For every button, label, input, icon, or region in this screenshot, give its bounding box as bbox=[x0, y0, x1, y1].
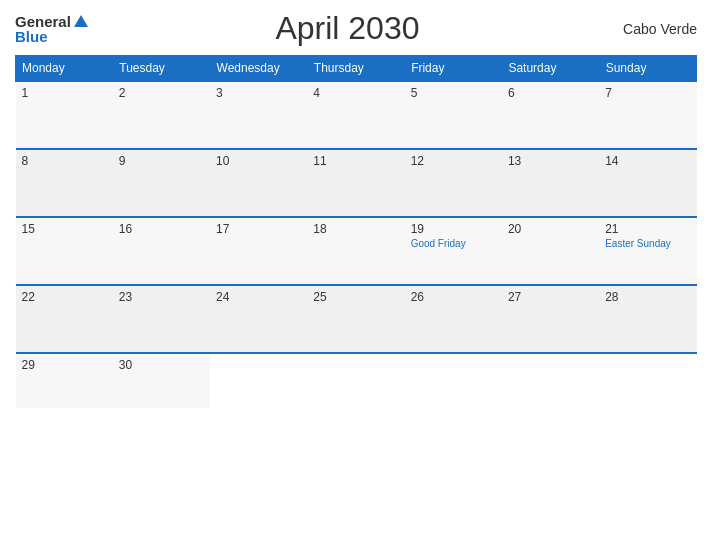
calendar-title: April 2030 bbox=[88, 10, 607, 47]
table-row: 7 bbox=[599, 81, 696, 149]
table-row: 11 bbox=[307, 149, 404, 217]
day-number: 18 bbox=[313, 222, 398, 236]
header-thursday: Thursday bbox=[307, 56, 404, 82]
table-row: 23 bbox=[113, 285, 210, 353]
header-friday: Friday bbox=[405, 56, 502, 82]
day-number: 7 bbox=[605, 86, 690, 100]
day-number: 3 bbox=[216, 86, 301, 100]
table-row: 6 bbox=[502, 81, 599, 149]
logo-blue-text: Blue bbox=[15, 29, 48, 44]
table-row: 21Easter Sunday bbox=[599, 217, 696, 285]
table-row bbox=[502, 353, 599, 408]
day-number: 11 bbox=[313, 154, 398, 168]
day-number: 27 bbox=[508, 290, 593, 304]
table-row: 25 bbox=[307, 285, 404, 353]
calendar-page: General Blue April 2030 Cabo Verde Monda… bbox=[0, 0, 712, 550]
day-number: 20 bbox=[508, 222, 593, 236]
table-row: 10 bbox=[210, 149, 307, 217]
table-row: 13 bbox=[502, 149, 599, 217]
header: General Blue April 2030 Cabo Verde bbox=[15, 10, 697, 47]
country-label: Cabo Verde bbox=[607, 21, 697, 37]
header-sunday: Sunday bbox=[599, 56, 696, 82]
day-number: 14 bbox=[605, 154, 690, 168]
table-row: 27 bbox=[502, 285, 599, 353]
weekday-header-row: Monday Tuesday Wednesday Thursday Friday… bbox=[16, 56, 697, 82]
day-number: 15 bbox=[22, 222, 107, 236]
calendar-week-row: 891011121314 bbox=[16, 149, 697, 217]
day-number: 6 bbox=[508, 86, 593, 100]
day-number: 23 bbox=[119, 290, 204, 304]
day-number: 2 bbox=[119, 86, 204, 100]
calendar-week-row: 1234567 bbox=[16, 81, 697, 149]
table-row bbox=[599, 353, 696, 408]
table-row: 16 bbox=[113, 217, 210, 285]
table-row: 3 bbox=[210, 81, 307, 149]
day-number: 24 bbox=[216, 290, 301, 304]
table-row bbox=[307, 353, 404, 408]
day-number: 29 bbox=[22, 358, 107, 372]
logo: General Blue bbox=[15, 14, 88, 44]
calendar-week-row: 2930 bbox=[16, 353, 697, 408]
table-row: 24 bbox=[210, 285, 307, 353]
day-number: 1 bbox=[22, 86, 107, 100]
day-number: 8 bbox=[22, 154, 107, 168]
holiday-label: Easter Sunday bbox=[605, 238, 690, 249]
day-number: 16 bbox=[119, 222, 204, 236]
day-number: 5 bbox=[411, 86, 496, 100]
day-number: 17 bbox=[216, 222, 301, 236]
table-row: 29 bbox=[16, 353, 113, 408]
table-row bbox=[210, 353, 307, 408]
day-number: 25 bbox=[313, 290, 398, 304]
day-number: 4 bbox=[313, 86, 398, 100]
table-row: 19Good Friday bbox=[405, 217, 502, 285]
table-row: 17 bbox=[210, 217, 307, 285]
day-number: 26 bbox=[411, 290, 496, 304]
header-monday: Monday bbox=[16, 56, 113, 82]
table-row: 1 bbox=[16, 81, 113, 149]
table-row: 26 bbox=[405, 285, 502, 353]
table-row: 15 bbox=[16, 217, 113, 285]
logo-general-text: General bbox=[15, 14, 71, 29]
calendar-week-row: 22232425262728 bbox=[16, 285, 697, 353]
day-number: 13 bbox=[508, 154, 593, 168]
day-number: 22 bbox=[22, 290, 107, 304]
header-tuesday: Tuesday bbox=[113, 56, 210, 82]
calendar-week-row: 1516171819Good Friday2021Easter Sunday bbox=[16, 217, 697, 285]
table-row: 30 bbox=[113, 353, 210, 408]
table-row: 20 bbox=[502, 217, 599, 285]
table-row: 5 bbox=[405, 81, 502, 149]
logo-triangle-icon bbox=[74, 15, 88, 27]
table-row: 4 bbox=[307, 81, 404, 149]
header-saturday: Saturday bbox=[502, 56, 599, 82]
table-row bbox=[405, 353, 502, 408]
table-row: 8 bbox=[16, 149, 113, 217]
day-number: 21 bbox=[605, 222, 690, 236]
table-row: 22 bbox=[16, 285, 113, 353]
table-row: 28 bbox=[599, 285, 696, 353]
table-row: 12 bbox=[405, 149, 502, 217]
header-wednesday: Wednesday bbox=[210, 56, 307, 82]
day-number: 28 bbox=[605, 290, 690, 304]
table-row: 2 bbox=[113, 81, 210, 149]
calendar-table: Monday Tuesday Wednesday Thursday Friday… bbox=[15, 55, 697, 408]
day-number: 9 bbox=[119, 154, 204, 168]
holiday-label: Good Friday bbox=[411, 238, 496, 249]
table-row: 9 bbox=[113, 149, 210, 217]
day-number: 30 bbox=[119, 358, 204, 372]
table-row: 18 bbox=[307, 217, 404, 285]
day-number: 12 bbox=[411, 154, 496, 168]
day-number: 10 bbox=[216, 154, 301, 168]
day-number: 19 bbox=[411, 222, 496, 236]
table-row: 14 bbox=[599, 149, 696, 217]
